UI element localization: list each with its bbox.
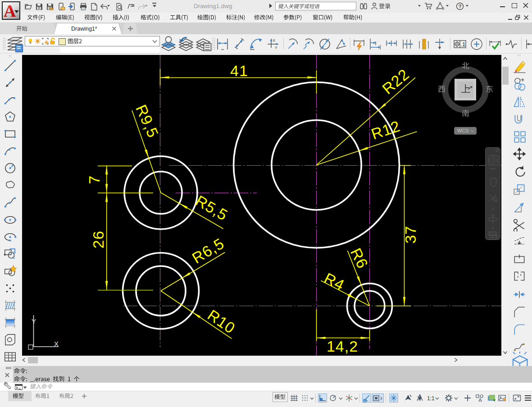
svg-text:A: A: [4, 2, 16, 19]
svg-text:41: 41: [230, 62, 248, 79]
svg-text:37: 37: [402, 226, 419, 244]
svg-text:X: X: [273, 38, 275, 43]
svg-text:Y: Y: [275, 45, 277, 50]
svg-text:X: X: [54, 340, 59, 348]
svg-text:14,2: 14,2: [327, 338, 358, 355]
svg-text:26: 26: [90, 231, 107, 249]
svg-text:.1: .1: [461, 41, 465, 48]
svg-text:Y: Y: [32, 317, 36, 325]
svg-text:?: ?: [459, 4, 462, 9]
svg-text:7: 7: [86, 175, 103, 184]
